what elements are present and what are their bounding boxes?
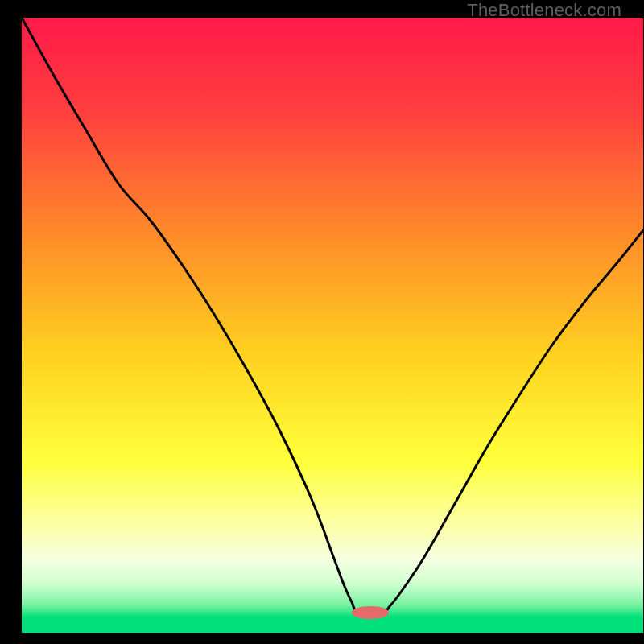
watermark-text: TheBottleneck.com [467, 0, 621, 21]
gradient-background [22, 18, 643, 633]
optimal-marker [352, 606, 389, 619]
bottleneck-chart [22, 18, 643, 633]
plot-area [22, 18, 643, 633]
chart-frame: TheBottleneck.com [10, 0, 634, 634]
